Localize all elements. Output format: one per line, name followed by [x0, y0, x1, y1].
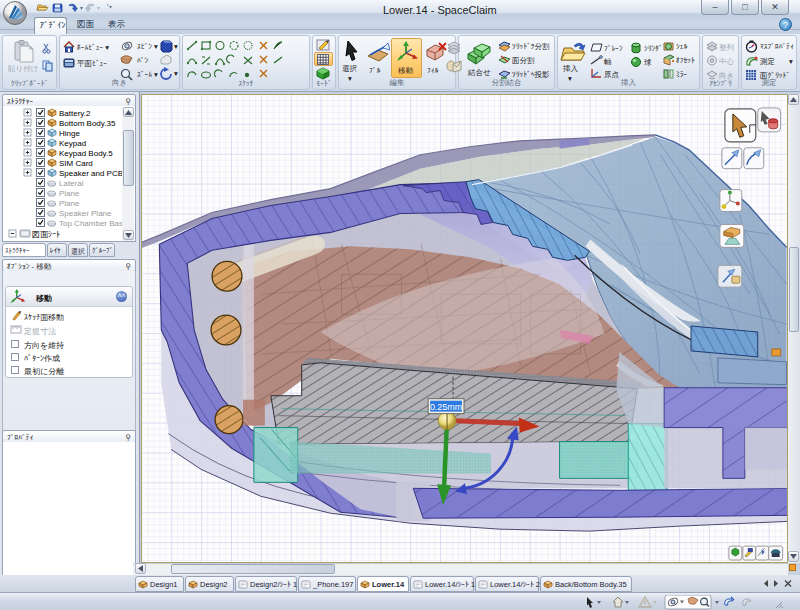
svg-text:Top Chamber Base: Top Chamber Base — [59, 219, 128, 228]
svg-text:Lateral: Lateral — [59, 179, 84, 188]
svg-text:図面ｼｰﾄ: 図面ｼｰﾄ — [32, 230, 60, 239]
svg-text:Battery.2: Battery.2 — [59, 109, 91, 118]
svg-text:0.25mm: 0.25mm — [430, 402, 462, 412]
svg-text:Speaker Plane: Speaker Plane — [59, 209, 112, 218]
svg-text:SIM Card: SIM Card — [59, 159, 93, 168]
svg-text:Plane: Plane — [59, 189, 80, 198]
svg-text:Keypad Body.5: Keypad Body.5 — [59, 149, 113, 158]
svg-text:Hinge: Hinge — [59, 129, 80, 138]
svg-text:Speaker and PCB: Speaker and PCB — [59, 169, 123, 178]
svg-text:Bottom Body.35: Bottom Body.35 — [59, 119, 116, 128]
svg-text:Keypad: Keypad — [59, 139, 86, 148]
svg-text:Plane: Plane — [59, 199, 80, 208]
